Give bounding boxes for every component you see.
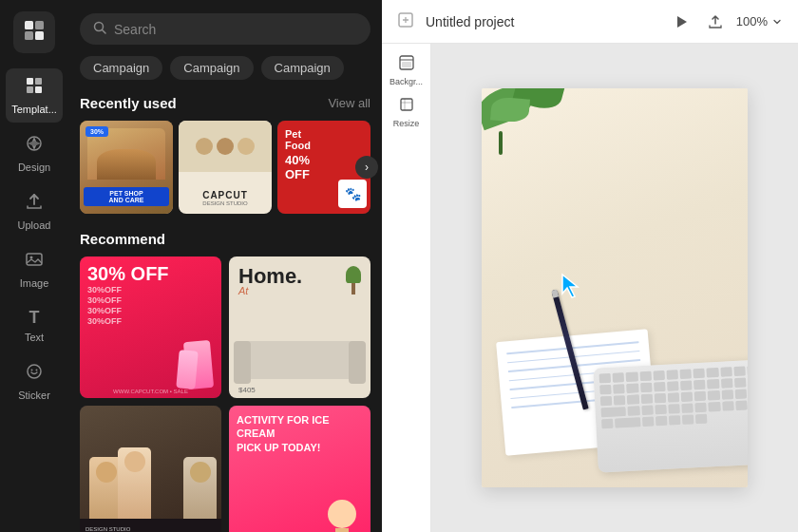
- sticker-icon: [25, 362, 44, 386]
- sidebar-item-templates[interactable]: Templat...: [6, 68, 63, 123]
- sidebar-item-image[interactable]: Image: [6, 242, 63, 296]
- logo-button[interactable]: [13, 11, 55, 53]
- svg-rect-18: [402, 62, 411, 67]
- template-thumb-capcut[interactable]: CAPCUT DESIGN STUDIO: [179, 121, 272, 214]
- category-tab-1[interactable]: Campaign: [170, 56, 253, 80]
- svg-rect-0: [25, 21, 33, 29]
- templates-icon: [25, 76, 44, 100]
- templates-panel: Campaign Campaign Campaign Recently used…: [68, 0, 382, 532]
- svg-rect-1: [35, 21, 44, 29]
- svg-rect-6: [27, 86, 33, 93]
- text-icon: T: [29, 308, 40, 328]
- home-plant: [344, 266, 363, 294]
- home-title: Home.: [238, 266, 361, 287]
- svg-point-13: [36, 370, 38, 371]
- svg-marker-16: [677, 16, 687, 28]
- background-icon: [398, 54, 415, 75]
- sidebar-label-sticker: Sticker: [18, 390, 50, 401]
- 30off-footer: WWW.CAPCUT.COM • SALE: [80, 389, 221, 394]
- export-button[interactable]: [702, 9, 729, 35]
- category-tab-2[interactable]: Campaign: [261, 56, 344, 80]
- canvas-tools: Backgr... Resize: [382, 44, 431, 532]
- recommend-title: Recommend: [80, 231, 165, 247]
- background-tool[interactable]: Backgr...: [388, 51, 426, 89]
- desk-background: [482, 88, 748, 487]
- image-icon: [25, 250, 44, 274]
- recommend-header: Recommend: [80, 231, 370, 247]
- search-icon: [93, 21, 106, 37]
- recommend-thumb-home[interactable]: Home. At $405: [229, 256, 370, 398]
- petshop-label: PET SHOPAND CARE: [84, 187, 169, 206]
- sidebar-label-text: Text: [25, 332, 44, 343]
- petfood-icon: 🐾: [338, 180, 367, 208]
- play-button[interactable]: [668, 9, 694, 35]
- sidebar-item-text[interactable]: T Text: [6, 300, 63, 351]
- canvas-viewport[interactable]: [431, 44, 798, 532]
- svg-rect-19: [401, 99, 412, 110]
- svg-point-10: [30, 256, 33, 259]
- recommend-thumb-30off[interactable]: 30% OFF 30%OFF 30%OFF 30%OFF 30%OFF WWW.…: [80, 256, 221, 398]
- design-icon: [25, 134, 44, 158]
- recommend-thumb-studio[interactable]: DESIGN STUDIOCREATIVE & ENTHUSIASM: [80, 406, 221, 532]
- template-thumb-petshop[interactable]: 30% PET SHOPAND CARE: [80, 121, 173, 214]
- icon-sidebar: Templat... Design Upload: [0, 0, 68, 532]
- header-actions: 100%: [668, 9, 783, 35]
- svg-point-11: [28, 365, 41, 378]
- recently-used-header: Recently used View all: [80, 95, 370, 111]
- sidebar-item-design[interactable]: Design: [6, 126, 63, 180]
- svg-rect-5: [35, 78, 42, 85]
- search-input[interactable]: [114, 22, 357, 37]
- resize-icon: [398, 96, 415, 117]
- studio-label: DESIGN STUDIOCREATIVE & ENTHUSIASM: [80, 519, 221, 532]
- resize-tool[interactable]: Resize: [388, 93, 426, 131]
- canvas-content: [482, 88, 748, 487]
- category-tabs: Campaign Campaign Campaign: [68, 56, 382, 91]
- icecream-label: ACTIVITY FOR ICE CREAMPICK UP TODAY!: [237, 413, 363, 454]
- carousel-next-button[interactable]: ›: [355, 156, 378, 179]
- templates-scroll: Recently used View all 30% PET SHOPAND C…: [68, 91, 382, 532]
- project-title[interactable]: Untitled project: [426, 14, 656, 29]
- sidebar-label-design: Design: [18, 162, 50, 173]
- recently-used-title: Recently used: [80, 95, 177, 111]
- logo-icon: [23, 19, 46, 47]
- view-all-button[interactable]: View all: [328, 96, 370, 110]
- 30off-main: 30% OFF: [87, 264, 214, 283]
- project-icon: [397, 11, 414, 32]
- home-price: $405: [238, 386, 256, 394]
- zoom-level: 100%: [736, 14, 768, 28]
- keyboard: [593, 359, 748, 472]
- svg-rect-9: [27, 254, 42, 265]
- zoom-control[interactable]: 100%: [736, 14, 783, 28]
- svg-rect-3: [35, 31, 44, 40]
- sidebar-item-sticker[interactable]: Sticker: [6, 354, 63, 408]
- recently-used-grid: 30% PET SHOPAND CARE: [80, 121, 370, 214]
- capcut-label: CAPCUT DESIGN STUDIO: [179, 190, 272, 206]
- search-bar[interactable]: [80, 13, 370, 45]
- recommend-grid: 30% OFF 30%OFF 30%OFF 30%OFF 30%OFF WWW.…: [80, 256, 370, 532]
- recommend-thumb-icecream[interactable]: ACTIVITY FOR ICE CREAMPICK UP TODAY!: [229, 406, 370, 532]
- sidebar-item-upload[interactable]: Upload: [6, 184, 63, 238]
- canvas-header: Untitled project 100%: [382, 0, 798, 44]
- background-label: Backgr...: [390, 77, 423, 86]
- svg-rect-2: [25, 31, 33, 40]
- resize-label: Resize: [393, 119, 420, 128]
- category-tab-0[interactable]: Campaign: [80, 56, 162, 80]
- plant-decoration: [482, 88, 586, 155]
- canvas-body: Backgr... Resize: [382, 44, 798, 532]
- 30off-sub: 30%OFF 30%OFF 30%OFF 30%OFF: [87, 285, 214, 326]
- upload-icon: [25, 192, 44, 216]
- icecream-shape: [323, 500, 361, 532]
- sidebar-label-image: Image: [20, 277, 49, 289]
- petshop-badge: 30%: [86, 126, 108, 137]
- sidebar-label-upload: Upload: [18, 219, 51, 231]
- svg-point-12: [31, 370, 33, 371]
- svg-rect-4: [27, 78, 33, 85]
- sidebar-label-templates: Templat...: [11, 104, 57, 115]
- svg-rect-7: [35, 86, 42, 93]
- canvas-area: Untitled project 100%: [382, 0, 798, 532]
